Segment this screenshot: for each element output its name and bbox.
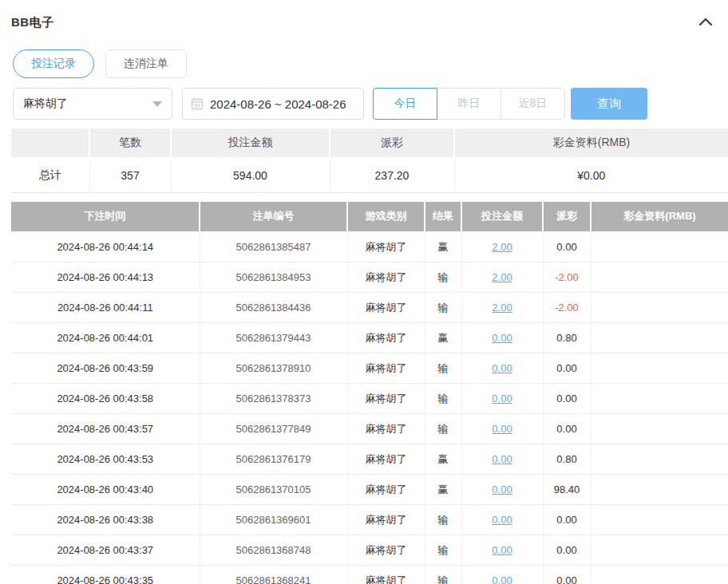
game-type-cell: 麻将胡了 <box>347 353 425 384</box>
bet-amount-cell: 0.00 <box>461 535 543 566</box>
tab-cancelled-orders[interactable]: 连消注单 <box>105 49 187 78</box>
game-type-cell: 麻将胡了 <box>347 384 425 414</box>
bet-amount-link[interactable]: 0.00 <box>492 544 512 556</box>
bet-amount-cell: 0.00 <box>461 475 543 505</box>
bet-amount-link[interactable]: 2.00 <box>492 302 512 314</box>
bet-amount-cell: 2.00 <box>461 262 543 293</box>
order-number-cell: 5062861384436 <box>200 293 347 323</box>
bonus-cell <box>591 293 728 323</box>
bonus-cell <box>591 505 728 535</box>
order-number-cell: 5062861368241 <box>200 566 347 584</box>
payout-cell: 0.00 <box>543 353 591 384</box>
calendar-icon <box>191 97 204 110</box>
order-number-cell: 5062861384953 <box>200 262 347 293</box>
result-cell: 输 <box>425 293 461 323</box>
result-cell: 赢 <box>425 323 461 353</box>
bonus-cell <box>591 384 728 414</box>
payout-cell: 0.80 <box>543 444 591 475</box>
table-row: 2024-08-26 00:44:115062861384436麻将胡了输2.0… <box>11 293 728 323</box>
yesterday-button[interactable]: 昨日 <box>437 88 501 120</box>
bet-amount-link[interactable]: 0.00 <box>492 423 512 435</box>
order-number-cell: 5062861379443 <box>200 323 347 353</box>
records-table: 下注时间 注单编号 游戏类别 结果 投注金额 派彩 彩金资料(RMB) 2024… <box>11 202 728 584</box>
today-button[interactable]: 今日 <box>373 88 437 120</box>
filter-bar: 麻将胡了 2024-08-26 ~ 2024-08-26 今日 昨日 近8日 查… <box>0 78 728 120</box>
bet-amount-link[interactable]: 2.00 <box>492 241 512 253</box>
game-type-cell: 麻将胡了 <box>347 475 425 505</box>
bet-amount-cell: 2.00 <box>461 293 543 323</box>
header-result: 结果 <box>425 202 461 232</box>
tab-label: 投注记录 <box>31 57 76 71</box>
table-row: 2024-08-26 00:43:575062861377849麻将胡了输0.0… <box>11 414 728 444</box>
bet-amount-link[interactable]: 0.00 <box>492 393 512 404</box>
bonus-cell <box>591 444 728 475</box>
bet-amount-link[interactable]: 0.00 <box>492 453 512 465</box>
game-type-cell: 麻将胡了 <box>347 323 425 353</box>
order-number-cell: 5062861370105 <box>200 475 347 505</box>
date-range-input[interactable]: 2024-08-26 ~ 2024-08-26 <box>182 88 364 120</box>
result-cell: 输 <box>425 353 461 384</box>
game-type-cell: 麻将胡了 <box>347 566 425 584</box>
order-number-cell: 5062861385487 <box>200 232 347 262</box>
bonus-cell <box>591 535 728 566</box>
bet-time-cell: 2024-08-26 00:43:58 <box>11 384 200 414</box>
table-row: 2024-08-26 00:44:135062861384953麻将胡了输2.0… <box>11 262 728 293</box>
order-number-cell: 5062861369601 <box>200 505 347 535</box>
quick-range-group: 今日 昨日 近8日 <box>373 88 565 120</box>
tab-label: 连消注单 <box>124 57 168 71</box>
page-title: BB电子 <box>11 15 54 30</box>
game-type-value: 麻将胡了 <box>23 97 68 111</box>
date-range-value: 2024-08-26 ~ 2024-08-26 <box>210 97 346 111</box>
game-type-cell: 麻将胡了 <box>347 414 425 444</box>
bet-time-cell: 2024-08-26 00:43:35 <box>11 566 200 584</box>
last-8-days-button[interactable]: 近8日 <box>500 88 565 120</box>
game-type-select[interactable]: 麻将胡了 <box>13 88 172 120</box>
bet-amount-link[interactable]: 0.00 <box>492 362 512 374</box>
bonus-cell <box>591 232 728 262</box>
bet-time-cell: 2024-08-26 00:44:13 <box>11 262 200 293</box>
game-type-cell: 麻将胡了 <box>347 505 425 535</box>
bet-amount-link[interactable]: 0.00 <box>492 514 512 526</box>
result-cell: 赢 <box>425 232 461 262</box>
table-row: 2024-08-26 00:44:145062861385487麻将胡了赢2.0… <box>11 232 728 262</box>
header-bet-amount: 投注金额 <box>461 202 543 232</box>
bet-amount-cell: 0.00 <box>461 323 543 353</box>
bet-time-cell: 2024-08-26 00:43:57 <box>11 414 200 444</box>
table-row: 2024-08-26 00:43:405062861370105麻将胡了赢0.0… <box>11 475 728 505</box>
search-button[interactable]: 查询 <box>571 88 647 120</box>
bet-amount-link[interactable]: 0.00 <box>492 574 512 584</box>
game-type-cell: 麻将胡了 <box>347 262 425 293</box>
tab-bar: 投注记录 连消注单 <box>0 32 728 78</box>
bet-amount-cell: 0.00 <box>461 444 543 475</box>
result-cell: 输 <box>425 566 461 584</box>
payout-cell: -2.00 <box>543 262 591 293</box>
game-type-cell: 麻将胡了 <box>347 535 425 566</box>
order-number-cell: 5062861378373 <box>200 384 347 414</box>
bet-amount-link[interactable]: 0.00 <box>492 483 512 495</box>
result-cell: 赢 <box>425 475 461 505</box>
tab-betting-records[interactable]: 投注记录 <box>13 49 94 78</box>
result-cell: 输 <box>425 535 461 566</box>
header-bonus: 彩金资料(RMB) <box>591 202 728 232</box>
bonus-cell <box>591 353 728 384</box>
bet-amount-link[interactable]: 0.00 <box>492 332 512 344</box>
bonus-cell <box>591 475 728 505</box>
bet-amount-cell: 2.00 <box>461 232 543 262</box>
result-cell: 赢 <box>425 444 461 475</box>
chevron-up-icon <box>698 17 713 29</box>
table-row: 2024-08-26 00:43:385062861369601麻将胡了输0.0… <box>11 505 728 535</box>
bet-time-cell: 2024-08-26 00:43:37 <box>11 535 200 566</box>
summary-header-payout: 派彩 <box>330 128 454 158</box>
order-number-cell: 5062861368748 <box>200 535 347 566</box>
payout-cell: 0.00 <box>543 384 591 414</box>
payout-cell: 0.00 <box>543 414 591 444</box>
result-cell: 输 <box>425 505 461 535</box>
table-row: 2024-08-26 00:43:585062861378373麻将胡了输0.0… <box>11 384 728 414</box>
collapse-panel-button[interactable] <box>696 13 715 32</box>
records-table-body: 2024-08-26 00:44:145062861385487麻将胡了赢2.0… <box>11 232 728 584</box>
payout-cell: 0.00 <box>543 535 591 566</box>
bet-amount-link[interactable]: 2.00 <box>492 271 512 283</box>
header-payout: 派彩 <box>543 202 591 232</box>
header-order-number: 注单编号 <box>200 202 347 232</box>
payout-cell: 0.00 <box>543 505 591 535</box>
